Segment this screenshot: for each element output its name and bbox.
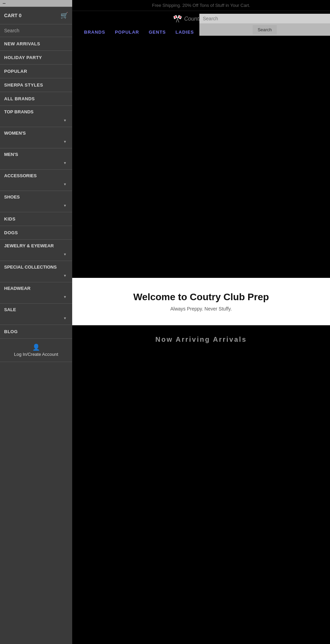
account-button[interactable]: 👤 Log In/Create Account — [0, 339, 72, 362]
sidebar-topbar — [0, 0, 72, 7]
sidebar-item-popular[interactable]: POPULAR — [0, 65, 72, 78]
header: 🎌 Country Club Prep Search — [72, 11, 330, 27]
special-collections-select[interactable] — [4, 272, 68, 279]
sidebar-item-new-arrivals[interactable]: NEW ARRIVALS — [0, 37, 72, 51]
logo-flag-icon: 🎌 — [173, 14, 182, 23]
sidebar-search-label: Search — [4, 28, 19, 33]
new-arrivals-section: Now Arriving Arrivals — [72, 325, 330, 354]
welcome-subtitle: Always Preppy. Never Stuffy. — [79, 306, 323, 312]
hero-section — [72, 37, 330, 278]
products-area — [72, 354, 330, 560]
nav-item-gents[interactable]: GENTS — [144, 27, 171, 37]
account-icon: 👤 — [32, 343, 40, 351]
search-button[interactable]: Search — [253, 25, 276, 34]
headwear-select[interactable] — [4, 293, 68, 301]
sidebar-item-mens[interactable]: MEN'S ▼ — [0, 148, 72, 170]
sidebar-item-sale[interactable]: SALE ▼ — [0, 304, 72, 325]
sidebar-item-shoes[interactable]: SHOES ▼ — [0, 191, 72, 212]
sidebar-item-special-collections[interactable]: SPECIAL COLLECTIONS ▼ — [0, 261, 72, 282]
welcome-section: Welcome to Coutry Club Prep Always Prepp… — [72, 278, 330, 325]
search-overlay: Search — [199, 14, 330, 36]
search-overlay-inner: Search — [199, 14, 330, 36]
welcome-title: Welcome to Coutry Club Prep — [79, 292, 323, 303]
sidebar-item-accessories[interactable]: ACCESSORIES ▼ — [0, 170, 72, 191]
sidebar-item-holiday-party[interactable]: HOLIDAY PARTY — [0, 51, 72, 65]
accessories-select[interactable] — [4, 180, 68, 188]
sale-select[interactable] — [4, 314, 68, 322]
new-arrivals-title: Now Arriving Arrivals — [79, 336, 323, 343]
sidebar-item-blog[interactable]: BLOG — [0, 325, 72, 339]
shoes-select[interactable] — [4, 202, 68, 209]
nav-item-popular[interactable]: POPULAR — [110, 27, 144, 37]
nav-item-brands[interactable]: BRANDS — [79, 27, 110, 37]
cart-icon: 🛒 — [60, 12, 68, 19]
top-brands-select[interactable] — [4, 116, 68, 124]
account-label: Log In/Create Account — [14, 352, 58, 357]
sidebar-item-kids[interactable]: KIDS — [0, 212, 72, 226]
nav-item-ladies[interactable]: LADIES — [171, 27, 199, 37]
sidebar-item-sherpa-styles[interactable]: SHERPA STYLES — [0, 78, 72, 92]
womens-select[interactable] — [4, 138, 68, 145]
search-input-row — [199, 14, 330, 23]
main-content: Free Shipping. 20% Off Tons of Stuff in … — [72, 0, 330, 644]
sidebar-item-dogs[interactable]: DOGS — [0, 226, 72, 240]
sidebar: CART 0 🛒 Search NEW ARRIVALS HOLIDAY PAR… — [0, 0, 72, 644]
top-banner: Free Shipping. 20% Off Tons of Stuff in … — [72, 0, 330, 11]
sidebar-item-headwear[interactable]: HEADWEAR ▼ — [0, 282, 72, 304]
sidebar-search[interactable]: Search — [0, 24, 72, 37]
banner-text: Free Shipping. 20% Off Tons of Stuff in … — [152, 3, 250, 8]
sidebar-item-jewelry-eyewear[interactable]: JEWELRY & EYEWEAR ▼ — [0, 240, 72, 261]
sidebar-item-all-brands[interactable]: ALL BRANDS — [0, 92, 72, 106]
search-btn-row: Search — [199, 23, 330, 36]
cart-button[interactable]: CART 0 🛒 — [0, 7, 72, 24]
mens-select[interactable] — [4, 159, 68, 167]
cart-label: CART 0 — [4, 13, 22, 18]
search-input[interactable] — [203, 16, 327, 21]
sidebar-item-top-brands[interactable]: TOP BRANDS ▼ — [0, 106, 72, 127]
jewelry-select[interactable] — [4, 250, 68, 258]
sidebar-item-womens[interactable]: WOMEN'S ▼ — [0, 127, 72, 148]
topbar-line — [3, 3, 6, 4]
